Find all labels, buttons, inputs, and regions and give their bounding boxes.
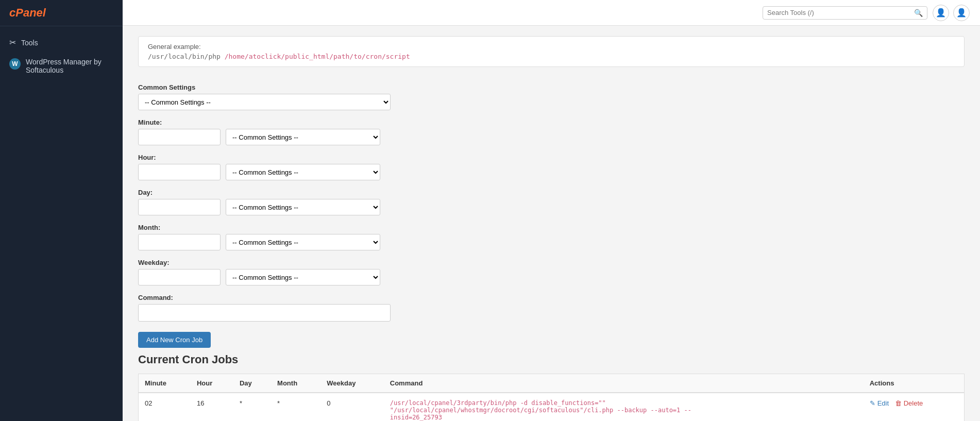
example-path-gray: /usr/local/bin/php [148,53,225,60]
trash-icon: 🗑 [895,399,902,407]
command-line1: /usr/local/cpanel/3rdparty/bin/php -d di… [390,399,857,407]
month-row: -- Common Settings -- [138,234,965,250]
example-box: General example: /usr/local/bin/php /hom… [138,36,965,67]
day-select[interactable]: -- Common Settings -- [226,199,380,215]
table-header: Minute Hour Day Month Weekday Command Ac… [139,374,965,393]
wordpress-icon: W [9,58,21,70]
cell-actions: ✎ Edit 🗑 Delete [864,393,965,421]
command-line3: insid=26_25793 [390,414,857,421]
logo-c: c [9,6,15,19]
sidebar-item-tools[interactable]: ✂ Tools [0,32,123,53]
minute-group: Minute: -- Common Settings -- [138,119,965,145]
col-month: Month [271,374,320,393]
month-select[interactable]: -- Common Settings -- [226,234,380,250]
col-day: Day [233,374,271,393]
topbar: 🔍 👤 👤 [123,0,980,26]
common-settings-label: Common Settings [138,83,965,91]
col-minute: Minute [139,374,191,393]
wrench-icon: ✂ [9,38,16,47]
day-group: Day: -- Common Settings -- [138,189,965,215]
day-label: Day: [138,189,965,196]
hour-select[interactable]: -- Common Settings -- [226,164,380,180]
edit-button[interactable]: ✎ Edit [870,399,889,407]
weekday-row: -- Common Settings -- [138,269,965,285]
logo-panel: Panel [15,6,46,19]
command-line2: "/usr/local/cpanel/whostmgr/docroot/cgi/… [390,407,857,414]
example-command: /usr/local/bin/php /home/atoclick/public… [148,53,955,60]
user-circle-icon[interactable]: 👤 [933,5,949,21]
topbar-icons: 👤 👤 [933,5,970,21]
col-weekday: Weekday [320,374,383,393]
cell-minute: 02 [139,393,191,421]
cell-hour: 16 [191,393,233,421]
day-input[interactable] [138,199,221,215]
month-label: Month: [138,224,965,231]
example-label: General example: [148,43,955,50]
weekday-select[interactable]: -- Common Settings -- [226,269,380,285]
cron-jobs-table: Minute Hour Day Month Weekday Command Ac… [138,374,965,421]
common-settings-group: Common Settings -- Common Settings -- [138,83,965,110]
hour-row: -- Common Settings -- [138,164,965,180]
col-command: Command [384,374,864,393]
cell-command: /usr/local/cpanel/3rdparty/bin/php -d di… [384,393,864,421]
command-label: Command: [138,294,965,301]
example-path-pink: /home/atoclick/public_html/path/to/cron/… [225,53,410,60]
sidebar-item-wordpress-manager[interactable]: W WordPress Manager by Softaculous [0,53,123,79]
col-actions: Actions [864,374,965,393]
table-body: 02 16 * * 0 /usr/local/cpanel/3rdparty/b… [139,393,965,421]
common-settings-section: Common Settings -- Common Settings -- Mi… [138,77,965,348]
edit-icon: ✎ [870,399,875,407]
hour-label: Hour: [138,154,965,161]
hour-input[interactable] [138,164,221,180]
edit-label: Edit [877,399,889,407]
sidebar-nav: ✂ Tools W WordPress Manager by Softaculo… [0,26,123,86]
sidebar: cPanel ✂ Tools W WordPress Manager by So… [0,0,123,421]
minute-row: -- Common Settings -- [138,129,965,145]
delete-label: Delete [904,399,923,407]
cron-jobs-title: Current Cron Jobs [138,353,965,366]
search-input[interactable] [767,9,914,16]
delete-button[interactable]: 🗑 Delete [895,399,923,407]
weekday-group: Weekday: -- Common Settings -- [138,259,965,285]
command-group: Command: [138,294,965,322]
weekday-label: Weekday: [138,259,965,266]
command-input[interactable] [138,304,391,322]
content-area: General example: /usr/local/bin/php /hom… [123,26,980,421]
cron-jobs-section: Current Cron Jobs Minute Hour Day Month … [138,353,965,421]
logo-area: cPanel [0,0,123,26]
month-input[interactable] [138,234,221,250]
cell-day: * [233,393,271,421]
add-cron-job-button[interactable]: Add New Cron Job [138,332,211,348]
hour-group: Hour: -- Common Settings -- [138,154,965,180]
minute-label: Minute: [138,119,965,126]
cell-month: * [271,393,320,421]
cell-weekday: 0 [320,393,383,421]
sidebar-item-wordpress-label: WordPress Manager by Softaculous [26,58,113,74]
day-row: -- Common Settings -- [138,199,965,215]
col-hour: Hour [191,374,233,393]
cpanel-logo: cPanel [9,6,113,20]
month-group: Month: -- Common Settings -- [138,224,965,250]
main-area: 🔍 👤 👤 General example: /usr/local/bin/ph… [123,0,980,421]
minute-input[interactable] [138,129,221,145]
common-settings-select[interactable]: -- Common Settings -- [138,94,391,110]
search-icon: 🔍 [914,9,923,17]
sidebar-item-tools-label: Tools [21,39,38,47]
account-icon[interactable]: 👤 [953,5,970,21]
table-row: 02 16 * * 0 /usr/local/cpanel/3rdparty/b… [139,393,965,421]
minute-select[interactable]: -- Common Settings -- [226,129,380,145]
search-box[interactable]: 🔍 [763,6,927,20]
weekday-input[interactable] [138,269,221,285]
